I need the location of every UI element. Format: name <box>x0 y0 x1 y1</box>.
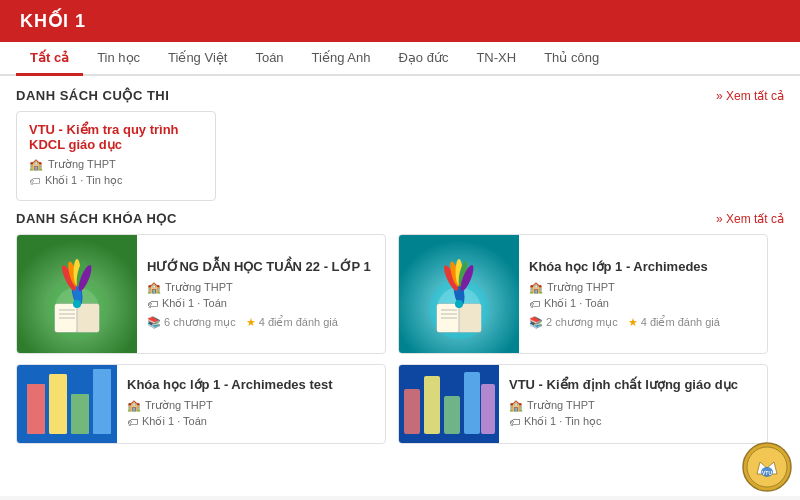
course-thumb-1 <box>17 234 137 354</box>
svg-rect-42 <box>71 394 89 434</box>
course-thumb-4 <box>399 364 499 444</box>
course-title-3: Khóa học lớp 1 - Archimedes test <box>127 377 375 394</box>
svg-text:VTU: VTU <box>762 470 772 476</box>
svg-rect-48 <box>464 372 480 434</box>
course-see-all-link[interactable]: » Xem tất cả <box>716 212 784 226</box>
svg-rect-49 <box>481 384 495 434</box>
svg-rect-46 <box>424 376 440 434</box>
course-info-4: VTU - Kiểm định chất lượng giáo dục 🏫 Tr… <box>499 367 767 442</box>
tab-tin-hoc[interactable]: Tin học <box>83 42 154 76</box>
course-thumb-3 <box>17 364 117 444</box>
contest-section-title: DANH SÁCH CUỘC THI <box>16 88 169 103</box>
courses-grid: HƯỚNG DẪN HỌC TUẦN 22 - LỚP 1 🏫 Trường T… <box>16 234 784 364</box>
course-info-1: HƯỚNG DẪN HỌC TUẦN 22 - LỚP 1 🏫 Trường T… <box>137 249 385 340</box>
course-card-2[interactable]: Khóa học lớp 1 - Archimedes 🏫 Trường THP… <box>398 234 768 354</box>
rating-stat-2: ★ 4 điểm đánh giá <box>628 316 720 329</box>
course-grade-4: 🏷 Khối 1 · Tin học <box>509 415 757 428</box>
course-school-3: 🏫 Trường THPT <box>127 399 375 412</box>
course-title-2: Khóa học lớp 1 - Archimedes <box>529 259 757 276</box>
contest-grade: Khối 1 · Tin học <box>45 174 123 187</box>
star-icon-1: ★ <box>246 316 256 329</box>
course-card-3[interactable]: Khóa học lớp 1 - Archimedes test 🏫 Trườn… <box>16 364 386 444</box>
rating-stat-1: ★ 4 điểm đánh giá <box>246 316 338 329</box>
course-stats-2: 📚 2 chương mục ★ 4 điểm đánh giá <box>529 316 757 329</box>
svg-rect-47 <box>444 396 460 434</box>
course-grade-2: 🏷 Khối 1 · Toán <box>529 297 757 310</box>
tab-dao-duc[interactable]: Đạo đức <box>384 42 462 76</box>
tab-tn-xh[interactable]: TN-XH <box>462 42 530 76</box>
chapter-icon-1: 📚 <box>147 316 161 329</box>
contest-card[interactable]: VTU - Kiểm tra quy trình KDCL giáo dục 🏫… <box>16 111 216 201</box>
contest-school: Trường THPT <box>48 158 116 171</box>
tag-icon: 🏷 <box>29 175 40 187</box>
course-school-1: 🏫 Trường THPT <box>147 281 375 294</box>
chapter-icon-2: 📚 <box>529 316 543 329</box>
watermark-badge: VTU <box>742 442 792 492</box>
star-icon-2: ★ <box>628 316 638 329</box>
svg-point-34 <box>455 300 463 308</box>
nav-tabs: Tất cả Tin học Tiếng Việt Toán Tiếng Anh… <box>0 42 800 76</box>
course-title-4: VTU - Kiểm định chất lượng giáo dục <box>509 377 757 394</box>
header-bar: KHỐI 1 <box>0 0 800 42</box>
school-icon-4: 🏫 <box>509 399 523 412</box>
course-school-4: 🏫 Trường THPT <box>509 399 757 412</box>
contest-grade-meta: 🏷 Khối 1 · Tin học <box>29 174 203 187</box>
grade-icon-2: 🏷 <box>529 298 540 310</box>
course-grade-3: 🏷 Khối 1 · Toán <box>127 415 375 428</box>
tab-thu-cong[interactable]: Thủ công <box>530 42 613 76</box>
svg-rect-41 <box>49 374 67 434</box>
course-grade-1: 🏷 Khối 1 · Toán <box>147 297 375 310</box>
course-card-4[interactable]: VTU - Kiểm định chất lượng giáo dục 🏫 Tr… <box>398 364 768 444</box>
course-title-1: HƯỚNG DẪN HỌC TUẦN 22 - LỚP 1 <box>147 259 375 276</box>
svg-rect-40 <box>27 384 45 434</box>
tab-tieng-anh[interactable]: Tiếng Anh <box>298 42 385 76</box>
building-icon: 🏫 <box>29 158 43 171</box>
svg-rect-23 <box>459 304 481 332</box>
svg-point-17 <box>73 300 81 308</box>
svg-rect-5 <box>77 304 99 332</box>
tab-toan[interactable]: Toán <box>241 42 297 76</box>
tab-tieng-viet[interactable]: Tiếng Việt <box>154 42 241 76</box>
course-card-1[interactable]: HƯỚNG DẪN HỌC TUẦN 22 - LỚP 1 🏫 Trường T… <box>16 234 386 354</box>
chapter-stat-2: 📚 2 chương mục <box>529 316 618 329</box>
contest-school-meta: 🏫 Trường THPT <box>29 158 203 171</box>
svg-rect-45 <box>404 389 420 434</box>
course-info-3: Khóa học lớp 1 - Archimedes test 🏫 Trườn… <box>117 367 385 442</box>
tab-tat-ca[interactable]: Tất cả <box>16 42 83 76</box>
course-section-header: DANH SÁCH KHÓA HỌC » Xem tất cả <box>16 211 784 226</box>
main-content: DANH SÁCH CUỘC THI » Xem tất cả VTU - Ki… <box>0 76 800 496</box>
school-icon-2: 🏫 <box>529 281 543 294</box>
school-icon-1: 🏫 <box>147 281 161 294</box>
contest-section-header: DANH SÁCH CUỘC THI » Xem tất cả <box>16 88 784 103</box>
contest-see-all-link[interactable]: » Xem tất cả <box>716 89 784 103</box>
grade-icon-4: 🏷 <box>509 416 520 428</box>
grade-icon-1: 🏷 <box>147 298 158 310</box>
contest-title: VTU - Kiểm tra quy trình KDCL giáo dục <box>29 122 203 152</box>
grade-icon-3: 🏷 <box>127 416 138 428</box>
bottom-row: Khóa học lớp 1 - Archimedes test 🏫 Trườn… <box>16 364 784 444</box>
page-title: KHỐI 1 <box>20 10 86 32</box>
school-icon-3: 🏫 <box>127 399 141 412</box>
course-thumb-2 <box>399 234 519 354</box>
svg-rect-43 <box>93 369 111 434</box>
course-stats-1: 📚 6 chương mục ★ 4 điểm đánh giá <box>147 316 375 329</box>
course-school-2: 🏫 Trường THPT <box>529 281 757 294</box>
course-info-2: Khóa học lớp 1 - Archimedes 🏫 Trường THP… <box>519 249 767 340</box>
course-section-title: DANH SÁCH KHÓA HỌC <box>16 211 177 226</box>
chapter-stat-1: 📚 6 chương mục <box>147 316 236 329</box>
